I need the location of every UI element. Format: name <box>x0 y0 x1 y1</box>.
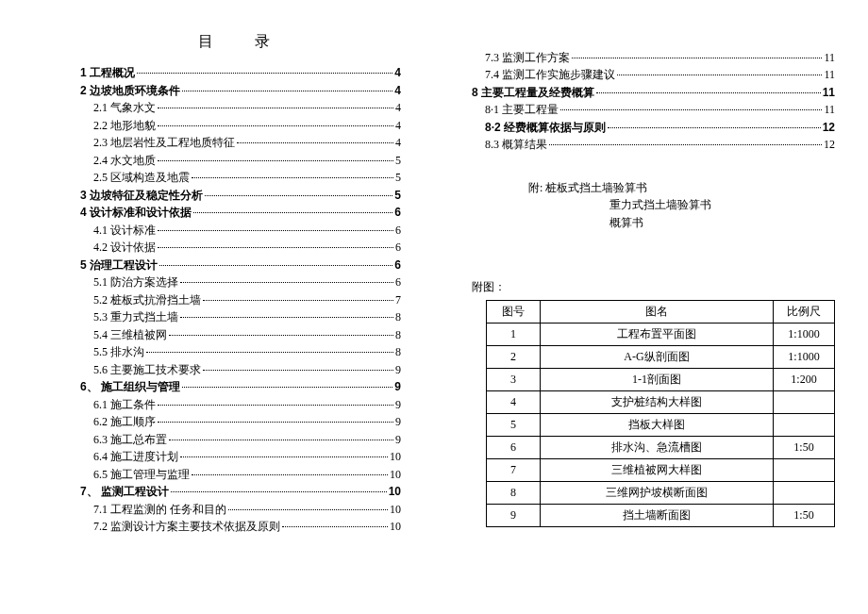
toc-item: 5.6 主要施工技术要求9 <box>93 362 401 377</box>
toc-item: 6、 施工组织与管理9 <box>80 379 401 394</box>
toc-item: 6.5 施工管理与监理10 <box>93 467 401 482</box>
toc-page: 11 <box>824 50 835 65</box>
toc-label: 2.1 气象水文 <box>93 100 156 115</box>
toc-leader-dots <box>596 92 821 93</box>
toc-label: 5.3 重力式挡土墙 <box>93 309 178 324</box>
cell-name: 挡板大样图 <box>541 414 774 437</box>
toc-label: 6.3 施工总布置 <box>93 432 167 447</box>
toc-left-column: 目 录 1 工程概况42 边坡地质环境条件42.1 气象水文42.2 地形地貌4… <box>80 28 401 537</box>
toc-page: 11 <box>824 67 835 82</box>
toc-label: 6、 施工组织与管理 <box>80 379 180 394</box>
toc-label: 4.2 设计依据 <box>93 240 156 255</box>
figures-label: 附图： <box>472 279 506 295</box>
cell-name: 排水沟、急流槽图 <box>541 437 774 459</box>
toc-item: 8·2 经费概算依据与原则12 <box>485 120 835 135</box>
cell-name: 工程布置平面图 <box>541 324 774 346</box>
cell-name: 挡土墙断面图 <box>541 505 774 527</box>
toc-page: 6 <box>394 257 401 273</box>
toc-label: 5 治理工程设计 <box>80 257 158 273</box>
toc-label: 6.2 施工顺序 <box>93 414 156 429</box>
toc-label: 3 边坡特征及稳定性分析 <box>80 188 203 203</box>
toc-label: 7.4 监测工作实施步骤建议 <box>485 67 615 82</box>
toc-page: 11 <box>823 85 835 100</box>
toc-item: 2.1 气象水文4 <box>93 100 401 115</box>
toc-leader-dots <box>182 91 392 91</box>
toc-leader-dots <box>158 230 393 231</box>
cell-scale <box>774 391 835 414</box>
toc-leader-dots <box>192 177 393 178</box>
toc-page: 10 <box>390 502 401 517</box>
toc-label: 2.2 地形地貌 <box>93 118 156 133</box>
toc-page: 10 <box>389 484 401 499</box>
toc-right-column: 7.3 监测工作方案117.4 监测工作实施步骤建议118 主要工程量及经费概算… <box>472 47 835 236</box>
toc-leader-dots <box>159 265 392 266</box>
cell-number: 9 <box>487 505 541 527</box>
toc-leader-dots <box>205 195 392 196</box>
toc-label: 7.2 监测设计方案主要技术依据及原则 <box>93 519 280 534</box>
toc-item: 7.3 监测工作方案11 <box>485 50 835 65</box>
cell-scale <box>774 414 835 437</box>
table-header-row: 图号 图名 比例尺 <box>487 301 835 324</box>
table-row: 5挡板大样图 <box>487 414 835 437</box>
cell-number: 7 <box>487 459 541 482</box>
toc-page: 10 <box>390 449 401 464</box>
toc-item: 4 设计标准和设计依据6 <box>80 205 401 220</box>
toc-item: 2.4 水文地质5 <box>93 153 401 168</box>
table-row: 2A-G纵剖面图1:1000 <box>487 346 835 369</box>
toc-item: 1 工程概况4 <box>80 65 401 80</box>
toc-item: 5.1 防治方案选择6 <box>93 274 401 290</box>
toc-leader-dots <box>549 144 822 145</box>
toc-leader-dots <box>158 405 393 406</box>
toc-page: 5 <box>394 188 401 203</box>
toc-leader-dots <box>182 387 392 388</box>
toc-item: 4.2 设计依据6 <box>93 240 401 255</box>
toc-item: 4.1 设计标准6 <box>93 223 401 238</box>
toc-label: 8.3 概算结果 <box>485 137 547 152</box>
toc-leader-dots <box>282 526 388 527</box>
toc-label: 1 工程概况 <box>80 65 135 80</box>
toc-label: 8 主要工程量及经费概算 <box>472 85 594 100</box>
toc-label: 2.5 区域构造及地震 <box>93 170 190 185</box>
toc-page: 8 <box>395 327 401 342</box>
toc-item: 7、 监测工程设计10 <box>80 484 401 499</box>
toc-label: 4 设计标准和设计依据 <box>80 205 192 220</box>
toc-label: 4.1 设计标准 <box>93 223 156 238</box>
cell-scale <box>774 482 835 505</box>
cell-number: 3 <box>487 369 541 391</box>
toc-item: 5.3 重力式挡土墙8 <box>93 309 401 324</box>
toc-leader-dots <box>169 335 393 336</box>
toc-page: 4 <box>395 135 401 150</box>
cell-name: 支护桩结构大样图 <box>541 391 774 414</box>
toc-page: 8 <box>395 344 401 359</box>
toc-leader-dots <box>180 456 388 457</box>
figures-table: 图号 图名 比例尺 1工程布置平面图1:10002A-G纵剖面图1:100031… <box>486 300 835 527</box>
toc-leader-dots <box>560 109 822 110</box>
toc-leader-dots <box>203 300 393 301</box>
table-row: 1工程布置平面图1:1000 <box>487 324 835 346</box>
toc-item: 7.1 工程监测的 任务和目的10 <box>93 502 401 517</box>
toc-page: 12 <box>824 137 835 152</box>
cell-scale <box>774 459 835 482</box>
toc-leader-dots <box>158 160 393 161</box>
cell-scale: 1:200 <box>774 369 835 391</box>
toc-leader-dots <box>137 73 392 74</box>
toc-page: 5 <box>395 170 401 185</box>
cell-scale: 1:1000 <box>774 324 835 346</box>
cell-scale: 1:1000 <box>774 346 835 369</box>
document-page: 目 录 1 工程概况42 边坡地质环境条件42.1 气象水文42.2 地形地貌4… <box>0 0 868 614</box>
toc-label: 2.4 水文地质 <box>93 153 156 168</box>
toc-item: 6.2 施工顺序9 <box>93 414 401 429</box>
cell-name: 1-1剖面图 <box>541 369 774 391</box>
toc-page: 10 <box>390 467 401 482</box>
toc-item: 3 边坡特征及稳定性分析5 <box>80 188 401 203</box>
toc-leader-dots <box>192 474 388 475</box>
toc-leader-dots <box>169 440 393 440</box>
toc-item: 5.2 桩板式抗滑挡土墙7 <box>93 292 401 307</box>
toc-label: 8·1 主要工程量 <box>485 102 559 117</box>
toc-item: 5 治理工程设计6 <box>80 257 401 273</box>
attachments-block: 附: 桩板式挡土墙验算书 重力式挡土墙验算书 概算书 <box>528 180 835 232</box>
cell-number: 6 <box>487 437 541 459</box>
toc-item: 6.4 施工进度计划10 <box>93 449 401 464</box>
toc-label: 2 边坡地质环境条件 <box>80 83 180 98</box>
table-row: 7三维植被网大样图 <box>487 459 835 482</box>
